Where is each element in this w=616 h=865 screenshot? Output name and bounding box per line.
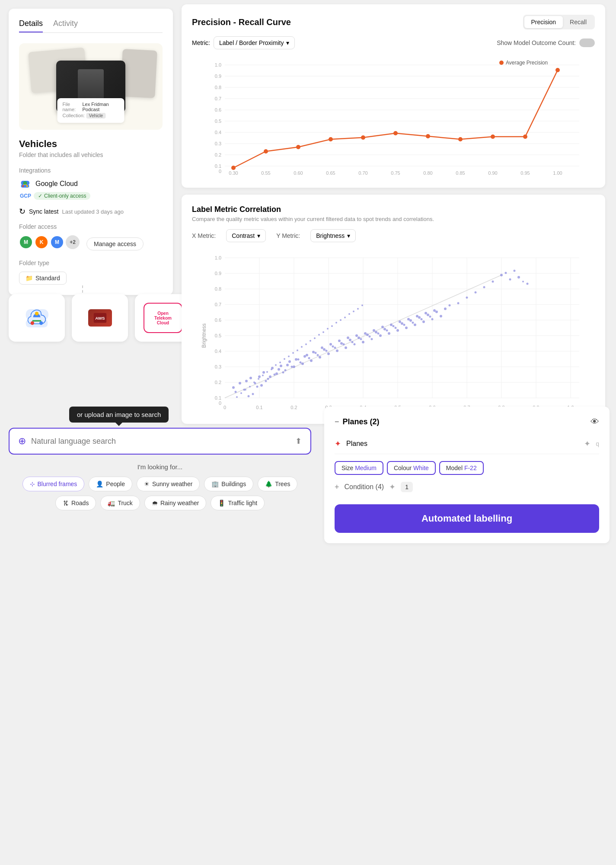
svg-point-173: [351, 341, 354, 343]
svg-point-110: [280, 365, 282, 367]
svg-point-164: [312, 351, 315, 353]
collapse-icon[interactable]: −: [335, 417, 339, 426]
svg-point-230: [492, 281, 494, 283]
svg-text:0.60: 0.60: [294, 170, 303, 176]
svg-point-223: [500, 274, 503, 276]
x-metric-dropdown[interactable]: Contrast ▾: [226, 229, 266, 242]
chip-traffic-light[interactable]: 🚦 Traffic light: [211, 496, 265, 510]
svg-point-100: [245, 380, 248, 382]
tag-model[interactable]: Model F-22: [439, 461, 484, 475]
toggle-recall[interactable]: Recall: [563, 16, 594, 28]
svg-text:1.0: 1.0: [215, 255, 221, 260]
svg-point-43: [329, 137, 333, 141]
svg-point-47: [458, 137, 463, 141]
svg-point-208: [301, 346, 303, 348]
model-outcome-toggle: Show Model Outcome Count:: [497, 38, 595, 47]
svg-point-128: [357, 336, 360, 339]
svg-point-118: [315, 352, 317, 354]
manage-access-button[interactable]: Manage access: [86, 237, 144, 250]
svg-point-201: [271, 368, 272, 370]
svg-point-158: [286, 364, 289, 366]
svg-point-147: [440, 315, 442, 317]
svg-point-137: [396, 329, 399, 332]
precision-recall-panel: Precision - Recall Curve Precision Recal…: [182, 4, 605, 188]
svg-text:1.00: 1.00: [553, 170, 562, 176]
integrations-section: Integrations Google Cloud GCP ✓ Client-o…: [19, 167, 163, 200]
folder-type-pill: 📁 Standard: [19, 272, 67, 285]
chip-people[interactable]: 👤 People: [89, 477, 132, 491]
svg-point-105: [258, 375, 261, 378]
svg-point-157: [282, 372, 284, 374]
toggle-precision[interactable]: Precision: [524, 16, 563, 28]
condition-settings-icon[interactable]: ✦: [389, 482, 396, 492]
avatar-2: K: [35, 235, 48, 249]
chevron-down-icon: ▾: [286, 39, 289, 46]
svg-point-206: [292, 352, 294, 354]
svg-point-115: [301, 362, 304, 365]
tab-bar: Details Activity: [19, 19, 163, 33]
svg-point-234: [457, 302, 460, 304]
svg-point-124: [340, 342, 343, 345]
svg-text:0.9: 0.9: [215, 271, 221, 276]
svg-point-209: [305, 343, 307, 345]
svg-point-167: [326, 350, 328, 352]
svg-point-4: [35, 311, 38, 315]
collection-key: Collection:: [63, 113, 85, 119]
svg-point-216: [335, 322, 337, 324]
chip-roads[interactable]: ⛕ Roads: [55, 496, 96, 510]
svg-point-104: [235, 391, 237, 393]
logo-card-aws[interactable]: AWS: [72, 294, 128, 342]
svg-point-129: [362, 341, 364, 343]
eye-icon[interactable]: 👁: [590, 417, 599, 427]
svg-text:0.1: 0.1: [215, 163, 221, 169]
metric-select: Metric: Label / Border Proximity ▾: [192, 36, 295, 49]
chip-blurred-frames[interactable]: ⊹ Blurred frames: [22, 477, 85, 491]
chip-label-roads: Roads: [71, 500, 89, 506]
svg-point-177: [369, 336, 371, 338]
upload-icon[interactable]: ⬆: [295, 436, 302, 446]
svg-point-107: [267, 378, 269, 380]
svg-point-220: [353, 311, 354, 312]
planes-filter-icon: ✦: [335, 439, 341, 449]
folder-access-section: Folder access M K M +2 Manage access: [19, 223, 163, 253]
logo-card-gcloud[interactable]: [9, 294, 65, 342]
model-outcome-switch[interactable]: [579, 38, 595, 47]
svg-point-143: [422, 320, 425, 323]
filter-settings-icon[interactable]: ✦: [584, 439, 590, 449]
chip-label-buildings: Buildings: [221, 481, 246, 487]
tab-activity[interactable]: Activity: [53, 19, 78, 32]
condition-plus-icon[interactable]: +: [335, 483, 339, 492]
svg-point-166: [321, 346, 323, 349]
tag-size[interactable]: Size Medium: [335, 461, 383, 475]
y-metric-label: Y Metric:: [276, 232, 300, 239]
svg-point-98: [232, 386, 235, 389]
svg-point-122: [332, 346, 334, 348]
y-metric-dropdown[interactable]: Brightness ▾: [310, 229, 356, 242]
avatar-1: M: [19, 235, 33, 249]
svg-point-139: [405, 327, 408, 329]
chip-sunny-weather[interactable]: ☀ Sunny weather: [137, 477, 200, 491]
automated-labelling-button[interactable]: Automated labelling: [335, 504, 599, 533]
x-metric-value: Contrast: [232, 232, 255, 239]
chip-truck[interactable]: 🚛 Truck: [100, 496, 140, 510]
search-input[interactable]: [31, 437, 290, 446]
svg-point-109: [275, 372, 278, 375]
chip-rainy-weather[interactable]: 🌧 Rainy weather: [144, 496, 207, 510]
tag-size-prefix: Size: [342, 465, 355, 471]
upload-tooltip: or upload an image to search: [69, 407, 169, 423]
chip-buildings[interactable]: 🏢 Buildings: [204, 477, 253, 491]
tag-size-value: Medium: [355, 465, 377, 471]
tag-colour[interactable]: Colour White: [387, 461, 436, 475]
svg-point-224: [505, 272, 507, 274]
svg-point-212: [318, 334, 320, 336]
svg-point-120: [323, 348, 326, 351]
chip-trees[interactable]: 🌲 Trees: [258, 477, 297, 491]
tab-details[interactable]: Details: [19, 19, 43, 32]
filter-section-header: − Planes (2) 👁: [335, 417, 599, 427]
svg-point-163: [308, 357, 310, 359]
metric-dropdown[interactable]: Label / Border Proximity ▾: [214, 36, 295, 49]
sync-button[interactable]: Sync latest: [29, 208, 58, 215]
svg-point-176: [364, 332, 367, 335]
svg-point-114: [297, 359, 300, 361]
svg-point-221: [357, 308, 359, 310]
